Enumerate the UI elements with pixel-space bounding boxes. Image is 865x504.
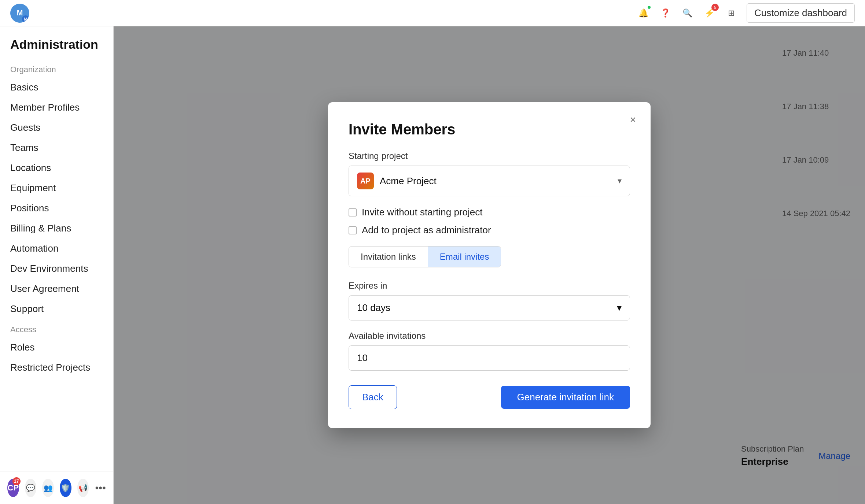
sidebar-item-restricted-projects[interactable]: Restricted Projects [0, 357, 113, 378]
expires-in-label: Expires in [349, 281, 630, 291]
sidebar-bottom-cp-icon[interactable]: CP 17 [7, 479, 19, 497]
sidebar-item-guests[interactable]: Guests [0, 118, 113, 138]
customize-dashboard-button[interactable]: Customize dashboard [747, 3, 855, 23]
modal-title: Invite Members [349, 121, 630, 138]
sidebar-bottom-more-icon[interactable]: ••• [95, 479, 106, 497]
add-as-admin-label: Add to project as administrator [362, 225, 491, 236]
user-avatar[interactable]: M M [10, 4, 29, 23]
notifications-icon[interactable]: 🔔 [637, 7, 650, 20]
invite-without-project-checkbox[interactable] [349, 208, 357, 216]
sidebar-bottom-megaphone-icon[interactable]: 📢 [77, 479, 89, 497]
notification-dot [647, 5, 651, 10]
add-as-admin-row: Add to project as administrator [349, 225, 630, 236]
sidebar-bottom-group-icon[interactable]: 👥 [42, 479, 54, 497]
sidebar-title: Administration [0, 37, 113, 59]
sidebar-item-locations[interactable]: Locations [0, 158, 113, 178]
expires-in-group: Expires in 10 days ▾ [349, 281, 630, 320]
sidebar-section-access: Access [0, 319, 113, 337]
lightning-icon[interactable]: ⚡ 5 [703, 7, 716, 20]
project-chevron-down-icon: ▾ [618, 176, 622, 186]
modal-overlay: × Invite Members Starting project AP Acm… [114, 26, 865, 504]
sidebar-item-billing[interactable]: Billing & Plans [0, 218, 113, 238]
tab-email-invites[interactable]: Email invites [428, 247, 501, 267]
starting-project-label: Starting project [349, 151, 630, 161]
sidebar-item-basics[interactable]: Basics [0, 77, 113, 97]
generate-invitation-link-button[interactable]: Generate invitation link [501, 386, 630, 409]
invite-tab-group: Invitation links Email invites [349, 246, 501, 267]
project-name: Acme Project [380, 175, 612, 187]
back-button[interactable]: Back [349, 385, 397, 409]
sidebar-section-organization: Organization [0, 59, 113, 77]
sidebar-item-teams[interactable]: Teams [0, 138, 113, 158]
help-icon[interactable]: ❓ [659, 7, 672, 20]
sidebar-item-automation[interactable]: Automation [0, 238, 113, 259]
avatar-initials: M [17, 9, 23, 17]
available-invitations-group: Available invitations [349, 331, 630, 371]
avatar-role-badge: M [22, 15, 29, 23]
modal-close-button[interactable]: × [626, 112, 640, 127]
sidebar-item-support[interactable]: Support [0, 299, 113, 319]
invite-without-project-label: Invite without starting project [362, 207, 483, 218]
cp-badge: 17 [12, 477, 21, 485]
sidebar-item-member-profiles[interactable]: Member Profiles [0, 97, 113, 118]
available-invitations-input[interactable] [349, 345, 630, 371]
project-avatar: AP [357, 173, 374, 189]
sidebar-bottom-chat-icon[interactable]: 💬 [25, 479, 37, 497]
search-icon[interactable]: 🔍 [681, 7, 694, 20]
add-as-admin-checkbox[interactable] [349, 226, 357, 234]
main-content: 17 Jan 11:40 17 Jan 11:38 17 Jan 10:09 1… [114, 26, 865, 504]
expires-in-select[interactable]: 10 days ▾ [349, 295, 630, 320]
expires-chevron-down-icon: ▾ [617, 302, 622, 314]
invite-without-project-row: Invite without starting project [349, 207, 630, 218]
lightning-count-badge: 5 [711, 4, 719, 11]
modal-footer: Back Generate invitation link [349, 385, 630, 409]
invite-members-modal: × Invite Members Starting project AP Acm… [328, 102, 651, 428]
sidebar-item-positions[interactable]: Positions [0, 198, 113, 218]
tab-invitation-links[interactable]: Invitation links [349, 247, 428, 267]
sidebar-bottom-shield-icon[interactable]: 🛡️ [60, 479, 71, 497]
sidebar-item-user-agreement[interactable]: User Agreement [0, 279, 113, 299]
top-bar: M M 🔔 ❓ 🔍 ⚡ 5 ⊞ Customize dashboard [0, 0, 865, 26]
project-selector-dropdown[interactable]: AP Acme Project ▾ [349, 166, 630, 196]
sidebar: Administration Organization Basics Membe… [0, 26, 114, 504]
top-bar-icons: 🔔 ❓ 🔍 ⚡ 5 ⊞ Customize dashboard [637, 3, 855, 23]
add-icon[interactable]: ⊞ [725, 7, 738, 20]
sidebar-item-roles[interactable]: Roles [0, 337, 113, 357]
sidebar-item-equipment[interactable]: Equipment [0, 178, 113, 198]
sidebar-bottom: CP 17 💬 👥 🛡️ 📢 ••• [0, 471, 114, 504]
sidebar-item-dev-environments[interactable]: Dev Environments [0, 259, 113, 279]
available-invitations-label: Available invitations [349, 331, 630, 341]
expires-in-value: 10 days [357, 302, 390, 314]
